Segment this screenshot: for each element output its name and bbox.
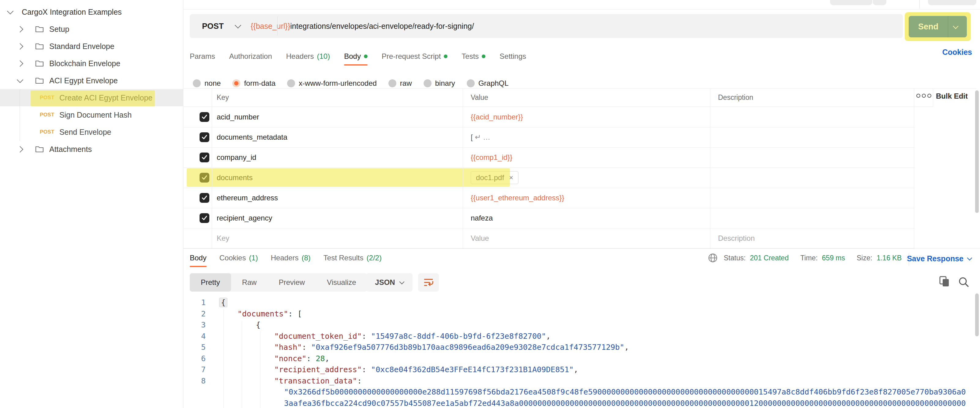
view-tab-preview[interactable]: Preview — [268, 273, 316, 292]
response-scrollbar[interactable] — [975, 293, 979, 336]
radio-label: x-www-form-urlencoded — [299, 79, 377, 88]
body-mode-x-www-form-urlencoded[interactable]: x-www-form-urlencoded — [287, 79, 377, 88]
table-border — [710, 107, 710, 249]
wrap-lines-button[interactable] — [418, 273, 439, 292]
format-dropdown[interactable]: JSON — [366, 273, 412, 292]
bulk-edit-button[interactable]: Bulk Edit — [936, 92, 968, 100]
table-row: ethereum_address{{user1_ethereum_address… — [184, 188, 915, 208]
tab-pre-request-script[interactable]: Pre-request Script — [382, 52, 447, 61]
response-tab-cookies[interactable]: Cookies(1) — [220, 253, 258, 262]
checkbox-checked[interactable] — [200, 132, 209, 142]
checkbox-cell — [184, 132, 212, 142]
indent-guide — [223, 309, 224, 408]
body-mode-form-data[interactable]: form-data — [232, 79, 275, 88]
value-cell[interactable]: {{acid_number}} — [463, 113, 710, 121]
chevron-down-icon — [967, 255, 972, 261]
sidebar-request[interactable]: POSTSend Envelope — [0, 123, 183, 140]
chevron-right-icon[interactable] — [17, 60, 23, 67]
table-row: recipient_agencynafeza — [184, 208, 915, 228]
file-chip[interactable]: doc1.pdf× — [471, 171, 519, 184]
chevron-right-icon[interactable] — [17, 146, 23, 152]
key-cell[interactable]: recipient_agency — [212, 214, 463, 222]
method-url-divider — [277, 16, 278, 35]
url-input[interactable]: {{base_url}}integrations/envelopes/aci-e… — [251, 22, 474, 30]
sidebar-collection[interactable]: CargoX Integration Examples — [0, 3, 183, 21]
tab-params[interactable]: Params — [190, 52, 215, 61]
time-value: 659 ms — [822, 254, 845, 262]
column-header-key: Key — [212, 93, 463, 102]
view-tab-pretty[interactable]: Pretty — [190, 273, 231, 292]
code-token: { — [219, 298, 228, 307]
checkbox-checked[interactable] — [200, 153, 209, 163]
toolbar-partial-button[interactable] — [830, 0, 872, 5]
view-tab-raw[interactable]: Raw — [231, 273, 268, 292]
body-mode-raw[interactable]: raw — [388, 79, 412, 88]
tab-body[interactable]: Body — [344, 52, 368, 61]
chevron-down-icon[interactable] — [7, 8, 13, 14]
code-token: "recipient_address" — [274, 365, 362, 374]
key-cell[interactable]: company_id — [212, 153, 463, 162]
body-mode-none[interactable]: none — [193, 79, 221, 88]
value-cell[interactable]: nafeza — [463, 214, 710, 222]
value-cell[interactable]: {{user1_ethereum_address}} — [463, 194, 710, 202]
chevron-down-icon[interactable] — [953, 23, 958, 29]
checkbox-checked[interactable] — [200, 173, 209, 183]
key-cell[interactable]: acid_number — [212, 113, 463, 121]
sidebar-folder[interactable]: Blockchain Envelope — [0, 55, 183, 72]
response-tab-headers[interactable]: Headers(8) — [271, 253, 311, 262]
value-cell[interactable]: {{comp1_id}} — [463, 153, 710, 162]
value-cell[interactable]: [ ↵ … — [463, 133, 710, 142]
radio-label: form-data — [244, 79, 275, 88]
sidebar-folder[interactable]: Attachments — [0, 140, 183, 158]
table-scrollbar[interactable] — [975, 90, 979, 213]
remove-file-icon[interactable]: × — [509, 174, 513, 182]
folder-icon — [35, 145, 44, 153]
chevron-down-icon[interactable] — [17, 76, 23, 83]
method-selector[interactable]: POST — [202, 21, 235, 31]
send-button[interactable]: Send — [909, 16, 967, 37]
collection-name: CargoX Integration Examples — [22, 8, 122, 16]
folder-icon — [35, 26, 44, 33]
copy-response-button[interactable] — [939, 276, 950, 288]
key-input-placeholder[interactable]: Key — [212, 234, 463, 242]
response-tab-test-results[interactable]: Test Results(2/2) — [323, 253, 382, 262]
code-token: , — [624, 343, 629, 352]
tab-authorization[interactable]: Authorization — [229, 52, 272, 61]
response-tab-body[interactable]: Body — [190, 253, 207, 262]
checkbox-checked[interactable] — [200, 213, 209, 223]
save-response-button[interactable]: Save Response — [907, 254, 971, 263]
network-globe-icon[interactable] — [708, 253, 718, 263]
sidebar-request[interactable]: POSTSign Document Hash — [0, 106, 183, 123]
code-token: 28 — [315, 354, 325, 363]
tab-label: Settings — [500, 52, 526, 61]
toolbar-partial-button[interactable] — [928, 0, 976, 5]
cookies-link[interactable]: Cookies — [942, 48, 972, 57]
key-cell[interactable]: documents — [212, 174, 463, 182]
tab-headers[interactable]: Headers(10) — [286, 52, 330, 61]
description-input-placeholder[interactable]: Description — [710, 234, 914, 242]
toolbar-partial-button[interactable] — [873, 0, 886, 5]
body-mode-radios: noneform-datax-www-form-urlencodedrawbin… — [193, 77, 509, 89]
checkbox-checked[interactable] — [200, 193, 209, 203]
response-tabs: BodyCookies(1)Headers(8)Test Results(2/2… — [190, 252, 382, 264]
key-cell[interactable]: ethereum_address — [212, 194, 463, 202]
body-mode-binary[interactable]: binary — [423, 79, 455, 88]
code-token: "15497a8c-8ddf-406b-b9fd-6f23e8f82700" — [371, 332, 546, 341]
tab-settings[interactable]: Settings — [500, 52, 526, 61]
chevron-right-icon[interactable] — [17, 26, 23, 32]
chevron-right-icon[interactable] — [17, 43, 23, 49]
checkbox-checked[interactable] — [200, 112, 209, 122]
search-response-button[interactable] — [958, 276, 970, 289]
response-body-json[interactable]: 1{2"documents": [3{4"document_token_id":… — [183, 294, 976, 408]
tab-tests[interactable]: Tests — [461, 52, 485, 61]
body-mode-graphql[interactable]: GraphQL — [467, 79, 509, 88]
sidebar-folder[interactable]: Setup — [0, 21, 183, 38]
more-actions-icon[interactable] — [916, 94, 931, 98]
sidebar-folder[interactable]: ACI Egypt Envelope — [0, 72, 183, 89]
value-input-placeholder[interactable]: Value — [463, 234, 710, 242]
sidebar-request[interactable]: POSTCreate ACI Egypt Envelope — [0, 89, 183, 106]
key-cell[interactable]: documents_metadata — [212, 133, 463, 142]
view-tab-visualize[interactable]: Visualize — [316, 273, 367, 292]
sidebar-folder[interactable]: Standard Envelope — [0, 38, 183, 55]
value-cell[interactable]: doc1.pdf× — [463, 171, 710, 184]
